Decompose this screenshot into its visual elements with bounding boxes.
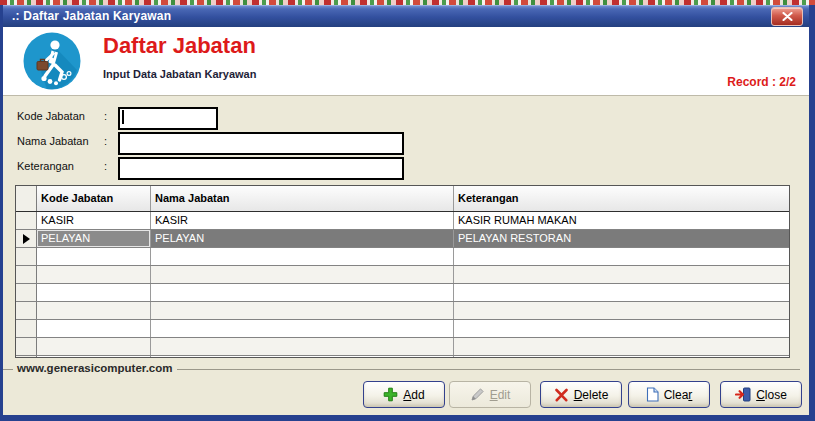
cell-keterangan[interactable]: PELAYAN RESTORAN — [454, 230, 789, 247]
empty-cell — [151, 266, 454, 283]
delete-button[interactable]: Delete — [540, 381, 622, 408]
kode-jabatan-label: Kode Jabatan — [17, 110, 85, 122]
button-label: Clear — [664, 388, 693, 402]
empty-cell — [16, 266, 37, 283]
empty-cell — [16, 320, 37, 337]
empty-cell — [16, 248, 37, 265]
form-header: Daftar Jabatan Input Data Jabatan Karyaw… — [3, 27, 809, 96]
empty-cell — [454, 302, 789, 319]
website-label: www.generasicomputer.com — [13, 362, 177, 374]
empty-cell — [151, 320, 454, 337]
cell-kode[interactable]: PELAYAN — [37, 230, 151, 247]
button-label: Edit — [490, 388, 511, 402]
grid-empty-row — [16, 302, 789, 320]
empty-cell — [454, 284, 789, 301]
red-x-icon — [554, 388, 569, 402]
button-label: Add — [403, 388, 424, 402]
empty-cell — [151, 356, 454, 358]
button-label: Close — [756, 388, 787, 402]
empty-cell — [37, 356, 151, 358]
cell-nama[interactable]: KASIR — [151, 212, 454, 229]
green-plus-icon — [383, 387, 398, 402]
nama-jabatan-label: Nama Jabatan — [17, 135, 89, 147]
empty-cell — [37, 266, 151, 283]
blank-page-icon — [646, 387, 659, 402]
grid-data-row-selected[interactable]: PELAYAN PELAYAN PELAYAN RESTORAN — [16, 230, 789, 248]
empty-cell — [16, 338, 37, 355]
employee-walking-icon — [23, 32, 81, 94]
grid-header-row: Kode Jabatan Nama Jabatan Keterangan — [16, 186, 789, 212]
kode-jabatan-input[interactable] — [118, 107, 218, 130]
empty-cell — [151, 338, 454, 355]
colon-separator: : — [104, 135, 107, 147]
record-counter: Record : 2/2 — [727, 75, 796, 89]
pencil-icon — [470, 387, 485, 402]
empty-cell — [454, 248, 789, 265]
empty-cell — [37, 338, 151, 355]
row-selector-header-cell — [16, 186, 37, 211]
empty-cell — [454, 320, 789, 337]
row-selector-cell[interactable] — [16, 212, 37, 229]
cell-keterangan[interactable]: KASIR RUMAH MAKAN — [454, 212, 789, 229]
text-caret — [122, 110, 124, 124]
grid-empty-row — [16, 284, 789, 302]
empty-cell — [37, 320, 151, 337]
button-label: Delete — [574, 388, 609, 402]
column-header-keterangan[interactable]: Keterangan — [454, 186, 789, 211]
empty-cell — [151, 248, 454, 265]
keterangan-label: Keterangan — [17, 160, 74, 172]
colon-separator: : — [104, 110, 107, 122]
empty-cell — [37, 284, 151, 301]
empty-cell — [151, 284, 454, 301]
empty-cell — [151, 302, 454, 319]
x-icon — [782, 12, 793, 21]
empty-cell — [37, 248, 151, 265]
page-subtitle: Input Data Jabatan Karyawan — [103, 68, 256, 80]
grid-empty-row — [16, 248, 789, 266]
add-button[interactable]: Add — [363, 381, 445, 408]
window-titlebar[interactable]: .: Daftar Jabatan Karyawan — [3, 5, 809, 27]
cell-nama[interactable]: PELAYAN — [151, 230, 454, 247]
nama-jabatan-input[interactable] — [118, 132, 404, 155]
clear-button[interactable]: Clear — [628, 381, 710, 408]
edit-button[interactable]: Edit — [449, 381, 531, 408]
empty-cell — [454, 356, 789, 358]
right-triangle-icon — [23, 234, 30, 244]
empty-cell — [454, 338, 789, 355]
empty-cell — [37, 302, 151, 319]
empty-cell — [16, 284, 37, 301]
row-selector-cell[interactable] — [16, 230, 37, 247]
empty-cell — [16, 356, 37, 358]
window-close-button[interactable] — [771, 7, 803, 26]
grid-empty-row — [16, 338, 789, 356]
form-body: Kode Jabatan : Nama Jabatan : Keterangan… — [3, 96, 809, 415]
column-header-nama-jabatan[interactable]: Nama Jabatan — [151, 186, 454, 211]
grid-empty-row — [16, 356, 789, 358]
empty-cell — [454, 266, 789, 283]
keterangan-input[interactable] — [118, 157, 404, 180]
close-button[interactable]: Close — [720, 381, 802, 408]
page-title: Daftar Jabatan — [103, 33, 256, 59]
jabatan-data-grid: Kode Jabatan Nama Jabatan Keterangan KAS… — [15, 185, 790, 358]
cell-kode[interactable]: KASIR — [37, 212, 151, 229]
grid-data-row[interactable]: KASIR KASIR KASIR RUMAH MAKAN — [16, 212, 789, 230]
grid-empty-row — [16, 266, 789, 284]
window-title: .: Daftar Jabatan Karyawan — [12, 9, 771, 23]
empty-cell — [16, 302, 37, 319]
column-header-kode-jabatan[interactable]: Kode Jabatan — [37, 186, 151, 211]
screenshot-root: .: Daftar Jabatan Karyawan — [0, 0, 815, 421]
app-window: .: Daftar Jabatan Karyawan — [0, 5, 815, 421]
colon-separator: : — [104, 160, 107, 172]
grid-empty-row — [16, 320, 789, 338]
exit-door-icon — [735, 387, 751, 402]
